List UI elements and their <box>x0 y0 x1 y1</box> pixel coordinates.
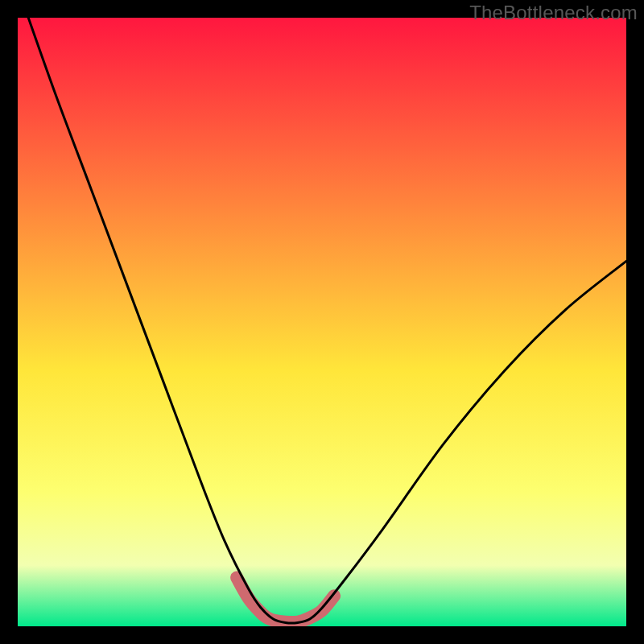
chart-frame: TheBottleneck.com <box>0 0 644 644</box>
gradient-background <box>18 18 626 626</box>
watermark-text: TheBottleneck.com <box>469 2 638 24</box>
chart-svg <box>18 18 626 626</box>
plot-area <box>18 18 626 626</box>
